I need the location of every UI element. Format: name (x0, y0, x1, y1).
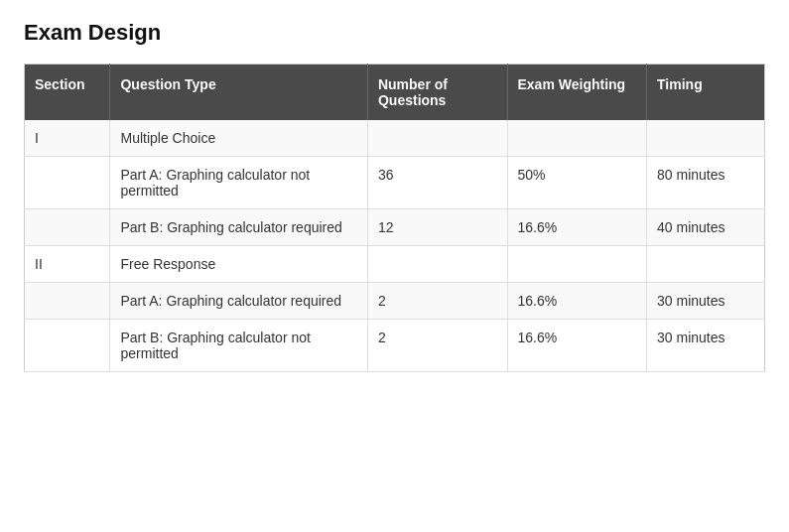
cell-section: II (25, 246, 110, 283)
cell-exam_weighting: 16.6% (507, 209, 647, 246)
cell-question_type: Multiple Choice (110, 120, 367, 157)
cell-section (25, 320, 110, 372)
cell-num_questions: 36 (367, 157, 507, 209)
cell-num_questions: 2 (367, 320, 507, 372)
table-row: IIFree Response (25, 246, 765, 283)
cell-section (25, 283, 110, 320)
page-title: Exam Design (24, 20, 765, 46)
header-section: Section (25, 65, 110, 121)
cell-exam_weighting: 50% (507, 157, 647, 209)
cell-section (25, 157, 110, 209)
cell-question_type: Part A: Graphing calculator not permitte… (110, 157, 367, 209)
cell-num_questions: 2 (367, 283, 507, 320)
cell-timing: 80 minutes (647, 157, 765, 209)
cell-timing: 40 minutes (647, 209, 765, 246)
cell-timing (647, 246, 765, 283)
cell-question_type: Part A: Graphing calculator required (110, 283, 367, 320)
cell-timing (647, 120, 765, 157)
table-row: Part B: Graphing calculator required1216… (25, 209, 765, 246)
cell-exam_weighting: 16.6% (507, 283, 647, 320)
table-row: Part B: Graphing calculator not permitte… (25, 320, 765, 372)
table-row: IMultiple Choice (25, 120, 765, 157)
exam-design-table: Section Question Type Number of Question… (24, 64, 765, 372)
cell-num_questions (367, 246, 507, 283)
cell-num_questions (367, 120, 507, 157)
cell-exam_weighting (507, 120, 647, 157)
cell-exam_weighting: 16.6% (507, 320, 647, 372)
cell-question_type: Free Response (110, 246, 367, 283)
table-row: Part A: Graphing calculator required216.… (25, 283, 765, 320)
cell-num_questions: 12 (367, 209, 507, 246)
cell-timing: 30 minutes (647, 320, 765, 372)
cell-question_type: Part B: Graphing calculator not permitte… (110, 320, 367, 372)
cell-section (25, 209, 110, 246)
cell-timing: 30 minutes (647, 283, 765, 320)
cell-question_type: Part B: Graphing calculator required (110, 209, 367, 246)
header-num-questions: Number of Questions (367, 65, 507, 121)
table-row: Part A: Graphing calculator not permitte… (25, 157, 765, 209)
header-question-type: Question Type (110, 65, 367, 121)
cell-exam_weighting (507, 246, 647, 283)
cell-section: I (25, 120, 110, 157)
header-timing: Timing (647, 65, 765, 121)
header-exam-weighting: Exam Weighting (507, 65, 647, 121)
